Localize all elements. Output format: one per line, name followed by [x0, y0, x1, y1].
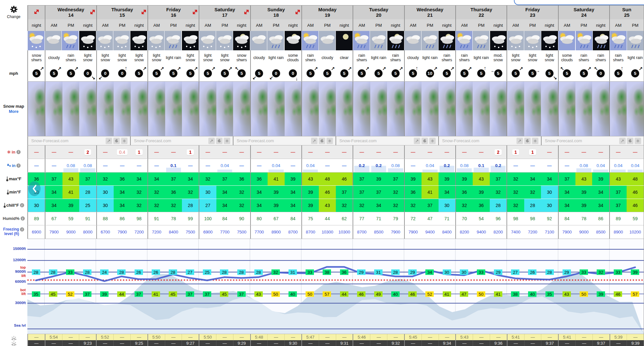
snow-map-tile[interactable] — [627, 82, 643, 136]
snow-map-tile[interactable] — [524, 82, 541, 136]
cloud-snow-icon[interactable] — [216, 31, 233, 50]
day-header-thursday-15[interactable]: Thursday15 — [96, 5, 147, 19]
expand-day-button[interactable] — [141, 9, 147, 16]
snowflake-icon[interactable] — [635, 138, 641, 144]
night-clear-icon[interactable] — [336, 31, 353, 50]
snow-map-tile[interactable] — [336, 82, 353, 136]
share-arrow-icon[interactable] — [619, 138, 626, 144]
share-arrow-icon[interactable] — [414, 138, 420, 144]
day-header-sunday-18[interactable]: Sunday18 — [250, 5, 301, 19]
night-snow-icon[interactable] — [490, 31, 507, 50]
snow-map-tile[interactable] — [114, 82, 130, 136]
night-snow-icon[interactable] — [182, 31, 199, 50]
partial-button[interactable] — [514, 0, 644, 5]
cloudy-icon[interactable] — [404, 31, 421, 50]
cloud-snow-icon[interactable] — [524, 31, 541, 50]
snowflake-icon[interactable] — [532, 138, 538, 144]
sun-cloud-icon[interactable] — [558, 31, 575, 50]
sun-cloud-rain-icon[interactable] — [353, 31, 370, 50]
snowflake-icon[interactable] — [327, 138, 333, 144]
day-header-tuesday-20[interactable]: Tuesday20 — [353, 5, 404, 19]
refresh-icon[interactable] — [524, 138, 531, 144]
cloudy-icon[interactable] — [44, 31, 62, 50]
snow-map-tile[interactable] — [507, 82, 524, 136]
refresh-icon[interactable] — [421, 138, 428, 144]
sun-cloud-rain-icon[interactable] — [455, 31, 472, 50]
snow-map-tile[interactable] — [165, 82, 182, 136]
snow-map-tile[interactable] — [27, 82, 45, 136]
expand-day-button[interactable] — [192, 9, 198, 16]
day-header-saturday-24[interactable]: Saturday24 — [558, 5, 609, 19]
snow-map-tile[interactable] — [490, 82, 507, 136]
info-icon[interactable]: i — [20, 203, 24, 207]
snow-map-tile[interactable] — [455, 82, 473, 136]
snow-map-tile[interactable] — [62, 82, 79, 136]
day-header-friday-16[interactable]: Friday16 — [147, 5, 199, 19]
snow-map-tile[interactable] — [592, 82, 609, 136]
snow-map-tile[interactable] — [575, 82, 592, 136]
cloudy-icon[interactable] — [318, 31, 336, 50]
day-header-thursday-22[interactable]: Thursday22 — [455, 5, 507, 19]
snow-map-tile[interactable] — [268, 82, 284, 136]
snow-map-tile[interactable] — [45, 82, 62, 136]
scroll-left-button[interactable] — [28, 181, 41, 196]
snow-map-tile[interactable] — [421, 82, 438, 136]
share-arrow-icon[interactable] — [311, 138, 317, 144]
night-snow-icon[interactable] — [541, 31, 558, 50]
cloudy-icon[interactable] — [250, 31, 267, 50]
snow-map-tile[interactable] — [319, 82, 336, 136]
cloud-rain-icon[interactable] — [370, 31, 387, 50]
sun-cloud-rain-icon[interactable] — [62, 31, 79, 50]
sun-cloud-rain-icon[interactable] — [575, 31, 592, 50]
day-header-friday-23[interactable]: Friday23 — [507, 5, 558, 19]
refresh-icon[interactable] — [627, 138, 633, 144]
cloud-rain-icon[interactable] — [472, 31, 489, 50]
night-rain-icon[interactable] — [592, 31, 610, 50]
cloud-snow-icon[interactable] — [507, 31, 524, 50]
night-rain-icon[interactable] — [438, 31, 455, 50]
share-arrow-icon[interactable] — [516, 138, 523, 144]
snow-map-tile[interactable] — [250, 82, 268, 136]
snow-map-tile[interactable] — [387, 82, 404, 136]
snowflake-icon[interactable] — [224, 138, 230, 144]
day-header-sun-25[interactable]: Sun25 — [609, 5, 644, 19]
cloud-snow-icon[interactable] — [96, 31, 113, 50]
cloud-snow-icon[interactable] — [147, 31, 164, 50]
snowflake-icon[interactable] — [429, 138, 436, 144]
cloud-rain-icon[interactable] — [164, 31, 181, 50]
snow-map-tile[interactable] — [404, 82, 421, 136]
snow-map-tile[interactable] — [370, 82, 387, 136]
night-cloud-icon[interactable] — [284, 31, 301, 50]
moon-cloud-snow-icon[interactable] — [233, 31, 250, 50]
night-rain-icon[interactable] — [387, 31, 404, 50]
cloud-rain-icon[interactable] — [627, 31, 644, 50]
snow-map-tile[interactable] — [233, 82, 250, 136]
cloud-snow-icon[interactable] — [113, 31, 130, 50]
day-header-monday-19[interactable]: Monday19 — [301, 5, 353, 19]
info-icon[interactable]: i — [16, 150, 21, 154]
snow-map-tile[interactable] — [541, 82, 558, 136]
snow-map-tile[interactable] — [609, 82, 627, 136]
change-units-button[interactable] — [10, 5, 18, 15]
cloud-rain-icon[interactable] — [267, 31, 284, 50]
snow-map-tile[interactable] — [216, 82, 233, 136]
snow-map-tile[interactable] — [79, 82, 96, 136]
info-icon[interactable]: i — [20, 227, 24, 232]
expand-day-button[interactable] — [295, 9, 300, 16]
refresh-icon[interactable] — [113, 138, 120, 144]
day-header-wednesday-14[interactable]: Wednesday14 — [45, 5, 96, 19]
expand-day-button[interactable] — [34, 9, 39, 16]
day-header-wednesday-21[interactable]: Wednesday21 — [404, 5, 455, 19]
snow-map-tile[interactable] — [182, 82, 199, 136]
expand-day-button[interactable] — [90, 9, 95, 16]
snow-map-tile[interactable] — [353, 82, 370, 136]
snow-map-tile[interactable] — [147, 82, 165, 136]
snow-map-tile[interactable] — [558, 82, 575, 136]
snow-map-tile[interactable] — [439, 82, 455, 136]
snow-map-tile[interactable] — [131, 82, 147, 136]
day-header-saturday-17[interactable]: Saturday17 — [199, 5, 250, 19]
share-arrow-icon[interactable] — [106, 138, 112, 144]
night-snow-icon[interactable] — [79, 31, 96, 50]
share-arrow-icon[interactable] — [208, 138, 215, 144]
sun-cloud-rain-icon[interactable] — [301, 31, 318, 50]
